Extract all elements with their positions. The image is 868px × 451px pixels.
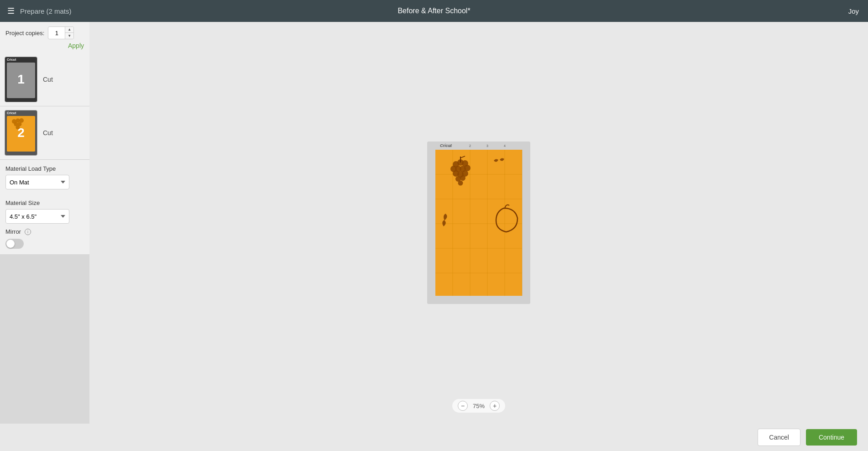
material-size-select[interactable]: 4.5" x 6.5" 6" x 12" 12" x 12"	[5, 209, 69, 224]
canvas-area: 1 2 3 4 Cricut	[89, 22, 868, 424]
material-load-type-section: Material Load Type On Mat Without Mat	[0, 160, 89, 189]
project-copies-label: Project copies:	[5, 30, 44, 37]
svg-rect-8	[427, 142, 435, 304]
mat2-thumbnail-art	[5, 110, 36, 155]
copies-down-button[interactable]: ▼	[65, 33, 73, 39]
svg-text:Cricut: Cricut	[440, 143, 452, 148]
mirror-row: Mirror i	[0, 224, 89, 235]
toggle-wrap	[0, 235, 89, 249]
material-size-label: Material Size	[5, 199, 84, 206]
svg-rect-11	[435, 150, 522, 296]
copies-input-wrap: ▲ ▼	[48, 26, 74, 39]
copies-up-button[interactable]: ▲	[65, 26, 73, 33]
mat-item-1[interactable]: Cricut 1 Cut	[0, 53, 89, 106]
svg-text:2: 2	[469, 144, 471, 147]
mat-label-2: Cut	[43, 129, 53, 136]
svg-rect-9	[522, 142, 530, 304]
mat-label-1: Cut	[43, 76, 53, 83]
mat-thumbnail-1: Cricut 1	[5, 57, 37, 102]
svg-point-2	[19, 118, 24, 123]
user-name: Joy	[848, 7, 859, 15]
prepare-title: Prepare (2 mats)	[20, 7, 72, 15]
svg-rect-10	[427, 296, 530, 304]
mat-number-1: 1	[17, 72, 25, 87]
mirror-label: Mirror	[5, 228, 21, 235]
mat-item-2[interactable]: Cricut 2 Cut	[0, 106, 89, 159]
cricut-mat: 1 2 3 4 Cricut	[426, 141, 531, 305]
material-load-type-select[interactable]: On Mat Without Mat	[5, 175, 69, 189]
apply-button[interactable]: Apply	[0, 41, 89, 53]
zoom-controls: − 75% +	[452, 399, 505, 413]
cancel-button[interactable]: Cancel	[758, 429, 800, 446]
left-panel-bottom	[0, 254, 89, 424]
toggle-knob	[6, 240, 15, 248]
project-copies-row: Project copies: ▲ ▼	[0, 22, 89, 41]
svg-point-38	[460, 175, 465, 181]
zoom-out-button[interactable]: −	[458, 401, 468, 411]
svg-text:4: 4	[504, 144, 506, 147]
mat-svg: 1 2 3 4 Cricut	[426, 141, 531, 305]
main-content: Project copies: ▲ ▼ Apply Cricut 1 Cut	[0, 22, 868, 424]
svg-text:3: 3	[486, 144, 488, 147]
copies-spinners: ▲ ▼	[65, 26, 73, 39]
mat-thumbnail-2: Cricut 2	[5, 110, 37, 156]
mat-brand-1: Cricut	[7, 58, 16, 61]
material-load-type-label: Material Load Type	[5, 165, 84, 172]
material-size-section: Material Size 4.5" x 6.5" 6" x 12" 12" x…	[0, 194, 89, 224]
svg-point-33	[464, 165, 471, 171]
svg-point-5	[16, 126, 20, 130]
footer: Cancel Continue	[0, 424, 868, 451]
left-panel: Project copies: ▲ ▼ Apply Cricut 1 Cut	[0, 22, 89, 424]
project-title: Before & After School*	[397, 7, 470, 15]
zoom-value: 75%	[471, 403, 487, 409]
mirror-toggle[interactable]	[5, 239, 24, 249]
menu-icon[interactable]: ☰	[7, 6, 15, 16]
copies-input[interactable]	[48, 30, 65, 37]
continue-button[interactable]: Continue	[806, 429, 857, 446]
zoom-in-button[interactable]: +	[490, 401, 500, 411]
header: ☰ Prepare (2 mats) Before & After School…	[0, 0, 868, 22]
mirror-info-icon[interactable]: i	[25, 229, 31, 235]
svg-point-39	[458, 181, 463, 186]
